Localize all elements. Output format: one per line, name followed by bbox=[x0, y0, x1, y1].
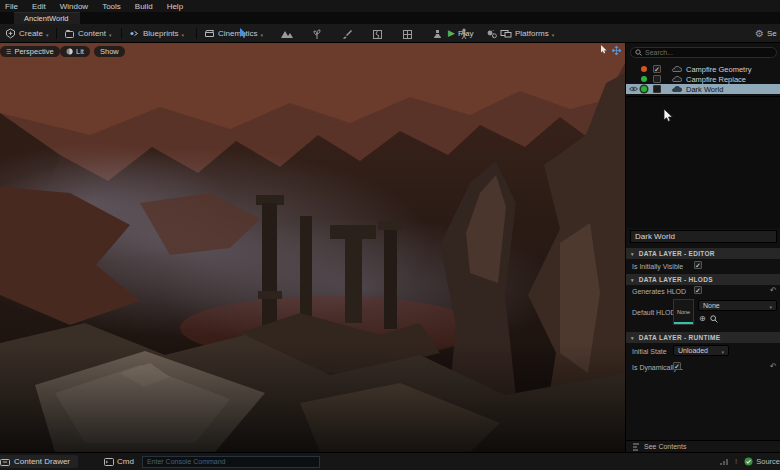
landscape-mode-icon[interactable] bbox=[281, 28, 293, 40]
initial-state-label: Initial State bbox=[632, 348, 667, 355]
show-label: Show bbox=[100, 47, 119, 56]
layer-name-value: Dark World bbox=[635, 232, 675, 241]
settings-button[interactable]: ⚙ Se bbox=[755, 24, 779, 43]
viewport-move-icon[interactable] bbox=[612, 46, 621, 55]
content-stack-icon bbox=[64, 28, 75, 39]
browse-asset-icon[interactable] bbox=[710, 315, 718, 323]
generates-hlod-label: Generates HLOD bbox=[632, 288, 686, 295]
is-initially-visible-checkbox[interactable]: ✓ bbox=[694, 261, 702, 269]
menu-help[interactable]: Help bbox=[167, 2, 183, 11]
layer-color-dot[interactable] bbox=[641, 66, 647, 72]
viewport-cursor-icon[interactable] bbox=[600, 45, 608, 55]
blueprint-icon bbox=[129, 28, 140, 39]
platforms-button[interactable]: Platforms ▾ bbox=[500, 24, 554, 43]
gear-icon: ⚙ bbox=[755, 28, 764, 39]
cmd-button[interactable]: Cmd bbox=[104, 457, 134, 466]
layer-color-dot[interactable] bbox=[641, 86, 647, 92]
alert-indicator[interactable]: ! bbox=[735, 457, 737, 466]
tab-ancientworld[interactable]: AncientWorld bbox=[14, 12, 80, 24]
console-command-input[interactable] bbox=[142, 456, 320, 468]
section-title: DATA LAYER - RUNTIME bbox=[639, 334, 720, 341]
brush-edit-mode-icon[interactable] bbox=[431, 28, 443, 40]
menu-bar: File Edit Window Tools Build Help bbox=[0, 0, 780, 12]
select-mode-icon[interactable] bbox=[238, 28, 250, 40]
dropdown-value: None bbox=[703, 302, 720, 309]
section-data-layer-hlods[interactable]: ▾ DATA LAYER - HLODS bbox=[626, 274, 780, 285]
layer-checkbox[interactable]: ✓ bbox=[653, 85, 661, 93]
menu-file[interactable]: File bbox=[5, 2, 18, 11]
lit-sphere-icon bbox=[66, 48, 73, 55]
generates-hlod-checkbox[interactable]: ✓ bbox=[694, 286, 702, 294]
main-toolbar: Create ▾ Content ▾ Blueprints ▾ Cinemati… bbox=[0, 24, 780, 43]
tab-label: AncientWorld bbox=[24, 14, 68, 23]
chevron-down-icon: ▾ bbox=[46, 32, 49, 38]
drawer-icon bbox=[0, 457, 10, 466]
is-initially-visible-label: Is Initially Visible bbox=[632, 263, 683, 270]
section-title: DATA LAYER - EDITOR bbox=[639, 250, 715, 257]
play-options-kebab[interactable]: ⋮ bbox=[489, 24, 497, 43]
thumbnail-label: None bbox=[674, 309, 693, 315]
section-data-layer-runtime[interactable]: ▾ DATA LAYER - RUNTIME bbox=[626, 332, 780, 343]
layer-checkbox[interactable]: ✓ bbox=[653, 65, 661, 73]
data-layer-icon bbox=[671, 86, 682, 92]
ddc-icon[interactable] bbox=[719, 458, 728, 466]
platforms-icon bbox=[500, 29, 512, 39]
content-drawer-button[interactable]: Content Drawer bbox=[0, 455, 78, 468]
mesh-paint-mode-icon[interactable] bbox=[341, 28, 353, 40]
layer-label: Campfire Replace bbox=[686, 75, 746, 84]
hlod-layer-thumbnail[interactable]: None bbox=[673, 299, 694, 325]
hlod-layer-dropdown[interactable]: None ▾ bbox=[698, 300, 777, 311]
is-dynamically-loaded-checkbox[interactable]: ✓ bbox=[673, 362, 681, 370]
see-contents-label: See Contents bbox=[644, 443, 686, 450]
layer-checkbox[interactable] bbox=[653, 75, 661, 83]
settings-label: Se bbox=[767, 29, 779, 38]
layer-color-dot[interactable] bbox=[641, 76, 647, 82]
create-label: Create bbox=[19, 29, 43, 38]
reset-to-default-icon[interactable]: ↶ bbox=[770, 286, 777, 295]
lit-mode-button[interactable]: Lit bbox=[60, 46, 90, 57]
layer-name-field[interactable]: Dark World bbox=[630, 230, 777, 243]
menu-build[interactable]: Build bbox=[135, 2, 153, 11]
see-contents-button[interactable]: See Contents bbox=[626, 440, 780, 452]
add-cube-icon bbox=[5, 28, 16, 39]
blueprints-button[interactable]: Blueprints ▾ bbox=[129, 24, 184, 43]
chevron-down-icon: ▾ bbox=[631, 251, 634, 257]
viewport-options-button[interactable]: ☰ Perspective bbox=[0, 46, 60, 57]
data-layer-row-campfire-replace[interactable]: Campfire Replace bbox=[626, 74, 780, 84]
mouse-cursor bbox=[663, 108, 674, 123]
create-button[interactable]: Create ▾ bbox=[5, 24, 49, 43]
data-layer-row-dark-world[interactable]: ✓ Dark World bbox=[626, 84, 780, 94]
chevron-down-icon: ▾ bbox=[109, 32, 112, 38]
lit-label: Lit bbox=[76, 47, 84, 56]
eye-icon[interactable] bbox=[628, 86, 638, 92]
source-control-ok-icon bbox=[744, 457, 753, 466]
show-flags-button[interactable]: Show bbox=[94, 46, 125, 57]
content-button[interactable]: Content ▾ bbox=[64, 24, 112, 43]
chevron-down-icon: ▾ bbox=[769, 304, 772, 310]
menu-window[interactable]: Window bbox=[60, 2, 88, 11]
kebab-icon: ⋮ bbox=[489, 29, 497, 38]
initial-state-dropdown[interactable]: Unloaded ▾ bbox=[673, 345, 729, 356]
menu-tools[interactable]: Tools bbox=[102, 2, 121, 11]
search-icon bbox=[635, 49, 642, 56]
chevron-down-icon: ▾ bbox=[552, 32, 555, 38]
source-control-status[interactable]: Source bbox=[744, 457, 780, 466]
section-data-layer-editor[interactable]: ▾ DATA LAYER - EDITOR bbox=[626, 248, 780, 259]
dropdown-value: Unloaded bbox=[678, 347, 708, 354]
cinematics-button[interactable]: Cinematics ▾ bbox=[204, 24, 263, 43]
use-selected-asset-icon[interactable]: ⊕ bbox=[699, 314, 706, 323]
menu-edit[interactable]: Edit bbox=[32, 2, 46, 11]
scene-render bbox=[0, 43, 625, 452]
foliage-mode-icon[interactable] bbox=[311, 28, 323, 40]
fracture-mode-icon[interactable] bbox=[371, 28, 383, 40]
play-button[interactable]: ▶ Play bbox=[448, 24, 473, 43]
data-layers-search[interactable] bbox=[630, 47, 777, 58]
level-viewport[interactable]: ☰ Perspective Lit Show bbox=[0, 43, 625, 452]
reset-to-default-icon[interactable]: ↶ bbox=[770, 362, 777, 371]
modeling-mode-icon[interactable] bbox=[401, 28, 413, 40]
content-label: Content bbox=[78, 29, 106, 38]
search-input[interactable] bbox=[645, 49, 765, 56]
unreal-editor-window: File Edit Window Tools Build Help Ancien… bbox=[0, 0, 780, 470]
data-layer-row-campfire-geometry[interactable]: ✓ Campfire Geometry bbox=[626, 64, 780, 74]
data-layer-icon bbox=[671, 66, 682, 72]
